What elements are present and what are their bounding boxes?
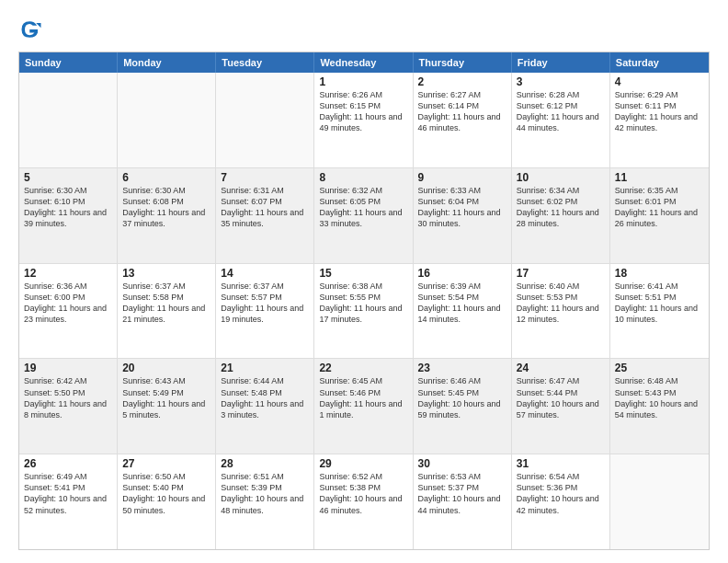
day-number: 24 — [517, 362, 605, 374]
cell-sun-info: Sunrise: 6:52 AM Sunset: 5:38 PM Dayligh… — [319, 471, 407, 516]
header — [18, 17, 710, 42]
calendar-cell: 19Sunrise: 6:42 AM Sunset: 5:50 PM Dayli… — [19, 359, 118, 454]
calendar-cell: 7Sunrise: 6:31 AM Sunset: 6:07 PM Daylig… — [216, 168, 314, 263]
calendar-cell: 23Sunrise: 6:46 AM Sunset: 5:45 PM Dayli… — [414, 359, 512, 454]
page: SundayMondayTuesdayWednesdayThursdayFrid… — [0, 0, 728, 563]
calendar-row: 1Sunrise: 6:26 AM Sunset: 6:15 PM Daylig… — [19, 73, 709, 168]
day-number: 18 — [615, 267, 704, 280]
cell-sun-info: Sunrise: 6:53 AM Sunset: 5:37 PM Dayligh… — [418, 471, 506, 516]
day-number: 20 — [122, 362, 210, 374]
weekday-header: Tuesday — [216, 52, 314, 73]
calendar-row: 5Sunrise: 6:30 AM Sunset: 6:10 PM Daylig… — [19, 168, 709, 264]
day-number: 5 — [24, 171, 112, 184]
calendar-cell: 9Sunrise: 6:33 AM Sunset: 6:04 PM Daylig… — [414, 168, 512, 263]
calendar-cell: 6Sunrise: 6:30 AM Sunset: 6:08 PM Daylig… — [118, 168, 216, 263]
calendar-cell: 8Sunrise: 6:32 AM Sunset: 6:05 PM Daylig… — [314, 168, 413, 263]
cell-sun-info: Sunrise: 6:40 AM Sunset: 5:53 PM Dayligh… — [517, 281, 605, 326]
weekday-header: Thursday — [414, 52, 512, 73]
calendar-cell: 29Sunrise: 6:52 AM Sunset: 5:38 PM Dayli… — [314, 454, 413, 549]
cell-sun-info: Sunrise: 6:37 AM Sunset: 5:57 PM Dayligh… — [221, 281, 309, 326]
cell-sun-info: Sunrise: 6:39 AM Sunset: 5:54 PM Dayligh… — [418, 281, 506, 326]
cell-sun-info: Sunrise: 6:32 AM Sunset: 6:05 PM Dayligh… — [319, 185, 407, 230]
weekday-header: Monday — [118, 52, 216, 73]
cell-sun-info: Sunrise: 6:31 AM Sunset: 6:07 PM Dayligh… — [221, 185, 309, 230]
day-number: 12 — [24, 267, 112, 280]
cell-sun-info: Sunrise: 6:45 AM Sunset: 5:46 PM Dayligh… — [319, 375, 407, 420]
weekday-header: Wednesday — [314, 52, 413, 73]
calendar-cell: 21Sunrise: 6:44 AM Sunset: 5:48 PM Dayli… — [216, 359, 314, 454]
cell-sun-info: Sunrise: 6:47 AM Sunset: 5:44 PM Dayligh… — [517, 375, 605, 420]
day-number: 30 — [418, 457, 506, 470]
cell-sun-info: Sunrise: 6:37 AM Sunset: 5:58 PM Dayligh… — [122, 281, 210, 326]
calendar-cell: 11Sunrise: 6:35 AM Sunset: 6:01 PM Dayli… — [610, 168, 709, 263]
logo-icon — [18, 17, 44, 42]
calendar-cell: 15Sunrise: 6:38 AM Sunset: 5:55 PM Dayli… — [314, 264, 413, 359]
calendar-cell: 26Sunrise: 6:49 AM Sunset: 5:41 PM Dayli… — [19, 454, 118, 549]
cell-sun-info: Sunrise: 6:30 AM Sunset: 6:10 PM Dayligh… — [24, 185, 112, 230]
weekday-header: Friday — [512, 52, 610, 73]
day-number: 3 — [517, 75, 605, 88]
cell-sun-info: Sunrise: 6:51 AM Sunset: 5:39 PM Dayligh… — [221, 471, 309, 516]
day-number: 19 — [24, 362, 112, 374]
calendar-cell: 10Sunrise: 6:34 AM Sunset: 6:02 PM Dayli… — [512, 168, 610, 263]
calendar-cell: 14Sunrise: 6:37 AM Sunset: 5:57 PM Dayli… — [216, 264, 314, 359]
day-number: 11 — [615, 171, 704, 184]
cell-sun-info: Sunrise: 6:43 AM Sunset: 5:49 PM Dayligh… — [122, 375, 210, 420]
day-number: 25 — [615, 362, 704, 374]
calendar-cell: 22Sunrise: 6:45 AM Sunset: 5:46 PM Dayli… — [314, 359, 413, 454]
calendar-cell: 28Sunrise: 6:51 AM Sunset: 5:39 PM Dayli… — [216, 454, 314, 549]
day-number: 17 — [517, 267, 605, 280]
calendar: SundayMondayTuesdayWednesdayThursdayFrid… — [18, 52, 710, 550]
calendar-cell: 20Sunrise: 6:43 AM Sunset: 5:49 PM Dayli… — [118, 359, 216, 454]
day-number: 1 — [319, 75, 407, 88]
calendar-body: 1Sunrise: 6:26 AM Sunset: 6:15 PM Daylig… — [19, 73, 709, 549]
cell-sun-info: Sunrise: 6:44 AM Sunset: 5:48 PM Dayligh… — [221, 375, 309, 420]
cell-sun-info: Sunrise: 6:27 AM Sunset: 6:14 PM Dayligh… — [418, 89, 506, 134]
calendar-cell: 18Sunrise: 6:41 AM Sunset: 5:51 PM Dayli… — [610, 264, 709, 359]
calendar-cell: 16Sunrise: 6:39 AM Sunset: 5:54 PM Dayli… — [414, 264, 512, 359]
day-number: 16 — [418, 267, 506, 280]
cell-sun-info: Sunrise: 6:26 AM Sunset: 6:15 PM Dayligh… — [319, 89, 407, 134]
calendar-row: 12Sunrise: 6:36 AM Sunset: 6:00 PM Dayli… — [19, 264, 709, 360]
cell-sun-info: Sunrise: 6:50 AM Sunset: 5:40 PM Dayligh… — [122, 471, 210, 516]
cell-sun-info: Sunrise: 6:41 AM Sunset: 5:51 PM Dayligh… — [615, 281, 704, 326]
day-number: 8 — [319, 171, 407, 184]
calendar-cell: 31Sunrise: 6:54 AM Sunset: 5:36 PM Dayli… — [512, 454, 610, 549]
cell-sun-info: Sunrise: 6:42 AM Sunset: 5:50 PM Dayligh… — [24, 375, 112, 420]
day-number: 27 — [122, 457, 210, 470]
weekday-header: Saturday — [610, 52, 709, 73]
calendar-cell: 4Sunrise: 6:29 AM Sunset: 6:11 PM Daylig… — [610, 73, 709, 167]
calendar-cell: 13Sunrise: 6:37 AM Sunset: 5:58 PM Dayli… — [118, 264, 216, 359]
calendar-cell: 17Sunrise: 6:40 AM Sunset: 5:53 PM Dayli… — [512, 264, 610, 359]
cell-sun-info: Sunrise: 6:29 AM Sunset: 6:11 PM Dayligh… — [615, 89, 704, 134]
day-number: 14 — [221, 267, 309, 280]
calendar-cell — [216, 73, 314, 167]
cell-sun-info: Sunrise: 6:49 AM Sunset: 5:41 PM Dayligh… — [24, 471, 112, 516]
logo — [18, 17, 48, 42]
cell-sun-info: Sunrise: 6:38 AM Sunset: 5:55 PM Dayligh… — [319, 281, 407, 326]
cell-sun-info: Sunrise: 6:33 AM Sunset: 6:04 PM Dayligh… — [418, 185, 506, 230]
calendar-cell — [610, 454, 709, 549]
day-number: 6 — [122, 171, 210, 184]
calendar-cell: 2Sunrise: 6:27 AM Sunset: 6:14 PM Daylig… — [414, 73, 512, 167]
weekday-header: Sunday — [19, 52, 118, 73]
calendar-row: 26Sunrise: 6:49 AM Sunset: 5:41 PM Dayli… — [19, 454, 709, 549]
day-number: 7 — [221, 171, 309, 184]
calendar-cell: 25Sunrise: 6:48 AM Sunset: 5:43 PM Dayli… — [610, 359, 709, 454]
cell-sun-info: Sunrise: 6:30 AM Sunset: 6:08 PM Dayligh… — [122, 185, 210, 230]
day-number: 23 — [418, 362, 506, 374]
day-number: 31 — [517, 457, 605, 470]
calendar-cell: 3Sunrise: 6:28 AM Sunset: 6:12 PM Daylig… — [512, 73, 610, 167]
day-number: 22 — [319, 362, 407, 374]
calendar-header: SundayMondayTuesdayWednesdayThursdayFrid… — [19, 52, 709, 73]
cell-sun-info: Sunrise: 6:54 AM Sunset: 5:36 PM Dayligh… — [517, 471, 605, 516]
calendar-cell — [118, 73, 216, 167]
day-number: 13 — [122, 267, 210, 280]
cell-sun-info: Sunrise: 6:28 AM Sunset: 6:12 PM Dayligh… — [517, 89, 605, 134]
calendar-cell: 12Sunrise: 6:36 AM Sunset: 6:00 PM Dayli… — [19, 264, 118, 359]
calendar-cell: 27Sunrise: 6:50 AM Sunset: 5:40 PM Dayli… — [118, 454, 216, 549]
day-number: 10 — [517, 171, 605, 184]
day-number: 2 — [418, 75, 506, 88]
calendar-row: 19Sunrise: 6:42 AM Sunset: 5:50 PM Dayli… — [19, 359, 709, 454]
day-number: 28 — [221, 457, 309, 470]
